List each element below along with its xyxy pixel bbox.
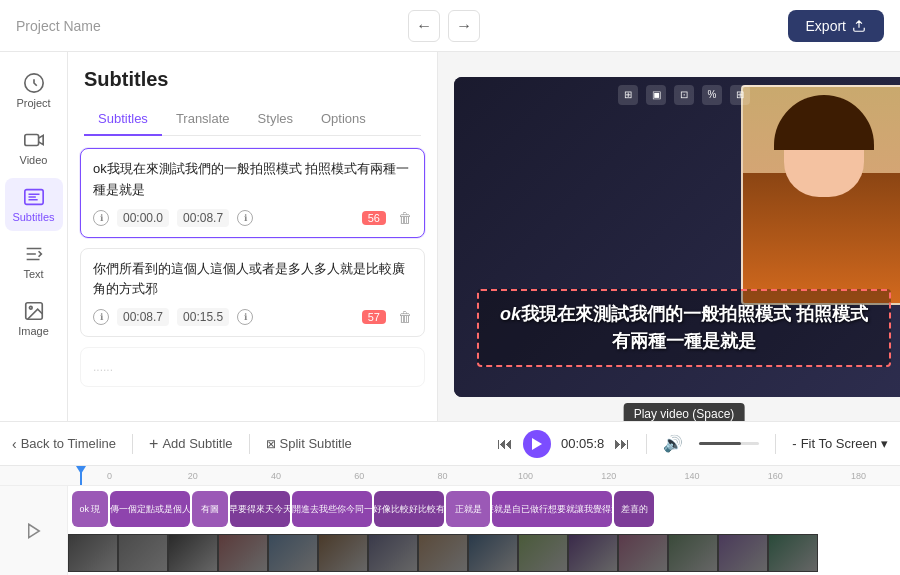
- play-tooltip: Play video (Space): [624, 403, 745, 421]
- ruler-mark: 100: [484, 471, 567, 481]
- sidebar-item-subtitles[interactable]: Subtitles: [5, 178, 63, 231]
- subtitle-chip-8[interactable]: 差喜的: [614, 491, 654, 527]
- sidebar-label-subtitles: Subtitles: [12, 211, 54, 223]
- ruler-mark: 60: [318, 471, 401, 481]
- sidebar-label-project: Project: [16, 97, 50, 109]
- subtitle-chip-4[interactable]: 可以開進去我些你今同一鑑提: [292, 491, 372, 527]
- video-thumb-5: [318, 534, 368, 572]
- video-icon-4[interactable]: %: [702, 85, 722, 105]
- volume-button[interactable]: 🔊: [663, 434, 683, 453]
- sidebar-item-video[interactable]: Video: [5, 121, 63, 174]
- end-time-1: 00:08.7: [177, 209, 229, 227]
- project-name-area: Project Name: [16, 18, 101, 34]
- subtitle-card-2[interactable]: 你們所看到的這個人這個人或者是多人多人就是比較廣角的方式邪 ℹ 00:08.7 …: [80, 248, 425, 338]
- tab-translate[interactable]: Translate: [162, 103, 244, 136]
- video-subtitle-box: ok我現在來測試我們的一般拍照模式 拍照模式有兩種一種是就是: [477, 289, 891, 367]
- back-to-timeline-button[interactable]: ‹ Back to Timeline: [12, 436, 116, 452]
- video-thumb-9: [518, 534, 568, 572]
- sidebar-item-text[interactable]: Text: [5, 235, 63, 288]
- ruler-mark: 160: [734, 471, 817, 481]
- video-icon-3[interactable]: ⊡: [674, 85, 694, 105]
- video-icon-1[interactable]: ⊞: [618, 85, 638, 105]
- add-subtitle-button[interactable]: + Add Subtitle: [149, 435, 232, 453]
- subtitle-chip-5[interactable]: 越來好像比較好比較有且度: [374, 491, 444, 527]
- video-thumb-11: [618, 534, 668, 572]
- subtitle-bold-part: ok: [500, 304, 521, 324]
- svg-rect-1: [24, 135, 38, 146]
- subtitle-chip-1[interactable]: 我現在傳一個定點或是個人資然後: [110, 491, 190, 527]
- subtitle-chip-6[interactable]: 正就是: [446, 491, 490, 527]
- subtitle-list: ok我現在來測試我們的一般拍照模式 拍照模式有兩種一種是就是 ℹ 00:00.0…: [68, 136, 437, 421]
- split-subtitle-button[interactable]: ⊠ Split Subtitle: [266, 436, 352, 451]
- panel-header: Subtitles Subtitles Translate Styles Opt…: [68, 52, 437, 136]
- video-thumb-2: [168, 534, 218, 572]
- nav-arrows: ← →: [408, 10, 480, 42]
- subtitle-chip-7[interactable]: 西邊後如果你想要就是自已做行想要就讓我覺得這一支手機的他的: [492, 491, 612, 527]
- volume-slider[interactable]: [699, 442, 759, 445]
- badge-2: 57: [362, 310, 386, 324]
- tab-options[interactable]: Options: [307, 103, 380, 136]
- export-button[interactable]: Export: [788, 10, 884, 42]
- sidebar-item-project[interactable]: Project: [5, 64, 63, 117]
- video-thumb-10: [568, 534, 618, 572]
- playback-controls: ⏮ 00:05:8 ⏭: [497, 430, 630, 458]
- divider-2: [249, 434, 250, 454]
- end-time-2: 00:15.5: [177, 308, 229, 326]
- ruler-mark: 40: [234, 471, 317, 481]
- tab-styles[interactable]: Styles: [244, 103, 307, 136]
- skip-back-button[interactable]: ⏮: [497, 435, 513, 453]
- subtitle-card-1[interactable]: ok我現在來測試我們的一般拍照模式 拍照模式有兩種一種是就是 ℹ 00:00.0…: [80, 148, 425, 238]
- ruler-mark: 80: [401, 471, 484, 481]
- timeline-ruler: 020406080100120140160180: [0, 466, 900, 486]
- video-player[interactable]: ⊞ ▣ ⊡ % ⊞ ok我現在來測試我們的一般拍照模式 拍照模式有兩種一種是就是: [454, 77, 900, 397]
- track-wrapper: ok 現我現在傳一個定點或是個人資然後有圖早要得來天今天可以開進去我些你今同一鑑…: [68, 486, 900, 575]
- svg-point-4: [29, 306, 32, 309]
- info-icon-2b[interactable]: ℹ: [237, 309, 253, 325]
- top-bar: Project Name ← → Export: [0, 0, 900, 52]
- tab-subtitles[interactable]: Subtitles: [84, 103, 162, 136]
- video-area: ⊞ ▣ ⊡ % ⊞ ok我現在來測試我們的一般拍照模式 拍照模式有兩種一種是就是: [438, 52, 900, 421]
- info-icon-2[interactable]: ℹ: [93, 309, 109, 325]
- video-thumb-7: [418, 534, 468, 572]
- video-thumb-12: [668, 534, 718, 572]
- subtitle-text-2: 你們所看到的這個人這個人或者是多人多人就是比較廣角的方式邪: [93, 259, 412, 301]
- start-time-2: 00:08.7: [117, 308, 169, 326]
- svg-marker-5: [28, 524, 39, 538]
- badge-1: 56: [362, 211, 386, 225]
- subtitle-chip-2[interactable]: 有圖: [192, 491, 228, 527]
- delete-btn-1[interactable]: 🗑: [398, 210, 412, 226]
- delete-btn-2[interactable]: 🗑: [398, 309, 412, 325]
- ruler-marks: 020406080100120140160180: [68, 471, 900, 481]
- subtitle-chip-3[interactable]: 早要得來天今天: [230, 491, 290, 527]
- video-thumb-6: [368, 534, 418, 572]
- subtitle-meta-1: ℹ 00:00.0 00:08.7 ℹ 56 🗑: [93, 209, 412, 227]
- subtitle-meta-2: ℹ 00:08.7 00:15.5 ℹ 57 🗑: [93, 308, 412, 326]
- video-icon-2[interactable]: ▣: [646, 85, 666, 105]
- video-top-icons: ⊞ ▣ ⊡ % ⊞: [618, 85, 750, 105]
- video-icon-5[interactable]: ⊞: [730, 85, 750, 105]
- sidebar: Project Video Subtitles Text Image: [0, 52, 68, 421]
- play-button[interactable]: [523, 430, 551, 458]
- divider-4: [775, 434, 776, 454]
- subtitle-card-3[interactable]: ......: [80, 347, 425, 387]
- sidebar-item-image[interactable]: Image: [5, 292, 63, 345]
- skip-forward-button[interactable]: ⏭: [614, 435, 630, 453]
- fit-screen-button[interactable]: - Fit To Screen ▾: [792, 436, 888, 451]
- redo-button[interactable]: →: [448, 10, 480, 42]
- ruler-mark: 20: [151, 471, 234, 481]
- ruler-mark: 140: [650, 471, 733, 481]
- info-icon-1b[interactable]: ℹ: [237, 210, 253, 226]
- video-thumb-13: [718, 534, 768, 572]
- subtitle-text-3: ......: [93, 358, 412, 377]
- divider-1: [132, 434, 133, 454]
- video-thumb-3: [218, 534, 268, 572]
- undo-button[interactable]: ←: [408, 10, 440, 42]
- sidebar-label-image: Image: [18, 325, 49, 337]
- subtitle-chip-0[interactable]: ok 現: [72, 491, 108, 527]
- subtitle-text-1: ok我現在來測試我們的一般拍照模式 拍照模式有兩種一種是就是: [93, 159, 412, 201]
- ruler-mark: 180: [817, 471, 900, 481]
- info-icon-1[interactable]: ℹ: [93, 210, 109, 226]
- add-icon: +: [149, 435, 158, 453]
- subtitle-track: ok 現我現在傳一個定點或是個人資然後有圖早要得來天今天可以開進去我些你今同一鑑…: [68, 486, 900, 532]
- project-name: Project Name: [16, 18, 101, 34]
